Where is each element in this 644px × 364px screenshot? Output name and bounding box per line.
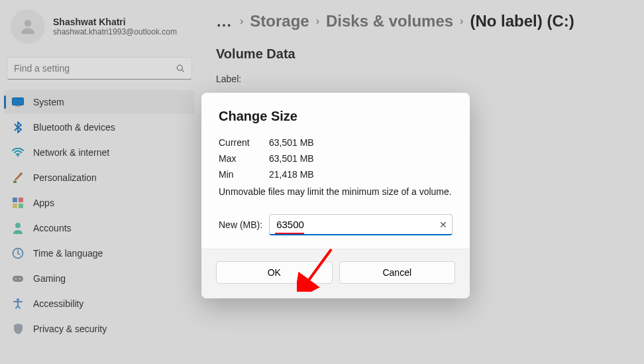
cancel-button[interactable]: Cancel [339,261,456,284]
change-size-dialog: Change Size Current 63,501 MB Max 63,501… [201,93,470,298]
row-max-key: Max [219,153,257,164]
new-size-label: New (MB): [219,219,262,230]
spellcheck-underline [275,233,304,234]
row-min-key: Min [219,169,257,180]
dialog-title: Change Size [219,109,453,124]
ok-button[interactable]: OK [216,261,333,284]
dialog-hint: Unmovable files may limit the minimum si… [219,186,453,197]
row-current-key: Current [219,137,257,148]
row-min-val: 21,418 MB [269,169,314,180]
row-max-val: 63,501 MB [269,153,314,164]
clear-input-icon[interactable]: ✕ [439,219,447,230]
row-current-val: 63,501 MB [269,137,314,148]
